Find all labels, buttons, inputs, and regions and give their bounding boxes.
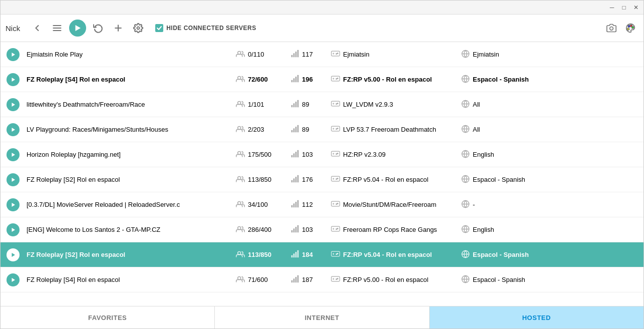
server-ping: 196 [291, 75, 331, 84]
table-row[interactable]: FZ Roleplay [S4] Rol en espacol 72/600 [1, 67, 643, 92]
svg-rect-81 [295, 177, 297, 182]
row-play-button[interactable] [6, 98, 21, 111]
row-play-button[interactable] [6, 73, 21, 86]
language-icon [461, 75, 470, 85]
row-play-button[interactable] [6, 123, 21, 136]
language-value: English [473, 151, 494, 158]
table-row[interactable]: [0.3.7/DL] MovieServer Reloaded | Reload… [1, 192, 643, 217]
ping-value: 187 [302, 276, 313, 283]
ping-icon [291, 250, 299, 259]
gamemode-value: Movie/Stunt/DM/Race/Freeroam [343, 201, 436, 208]
svg-rect-14 [291, 55, 293, 58]
hide-connected-checkbox[interactable] [155, 24, 163, 32]
play-circle-icon[interactable] [7, 198, 20, 211]
tab-internet[interactable]: INTERNET [215, 306, 429, 328]
table-row[interactable]: FZ Roleplay [S4] Rol en espacol 71/600 [1, 267, 643, 292]
maximize-button[interactable]: □ [619, 4, 628, 11]
server-gamemode: FZ:RP v5.04 - Rol en espacol [331, 175, 461, 184]
server-ping: 187 [291, 275, 331, 284]
color-button[interactable] [622, 20, 638, 36]
gamemode-icon [331, 175, 340, 184]
row-play-icon [10, 127, 16, 133]
svg-rect-16 [295, 52, 297, 57]
play-button[interactable] [69, 20, 86, 37]
table-row[interactable]: LV Playground: Races/Minigames/Stunts/Ho… [1, 117, 643, 142]
list-button[interactable] [49, 20, 65, 36]
language-value: Espacol - Spanish [473, 251, 529, 258]
language-icon [461, 100, 470, 110]
refresh-button[interactable] [90, 20, 106, 36]
screenshot-icon [606, 23, 616, 33]
play-circle-icon[interactable] [7, 148, 20, 161]
svg-rect-134 [297, 275, 299, 283]
table-row[interactable]: FZ Roleplay [S2] Rol en espacol 113/850 [1, 242, 643, 267]
toolbar: Nick [1, 15, 643, 42]
play-circle-icon[interactable] [7, 123, 20, 136]
server-players: 34/100 [236, 200, 291, 209]
table-row[interactable]: FZ Roleplay [S2] Rol en espacol 113/850 [1, 167, 643, 192]
server-language: All [461, 125, 638, 135]
play-circle-icon[interactable] [7, 48, 20, 61]
server-language: Espacol - Spanish [461, 275, 638, 285]
ping-value: 89 [302, 101, 309, 108]
svg-point-13 [238, 52, 241, 55]
table-row[interactable]: [ENG] Welcome to Los Santos 2 - GTA-MP.C… [1, 217, 643, 242]
minimize-button[interactable]: ─ [607, 4, 616, 11]
svg-point-6 [137, 27, 140, 30]
players-icon [236, 50, 245, 59]
tab-favorites[interactable]: FAVORITES [1, 306, 215, 328]
row-play-button[interactable] [6, 48, 21, 61]
play-circle-icon[interactable] [7, 173, 20, 186]
row-play-button[interactable] [6, 148, 21, 161]
play-circle-icon[interactable] [7, 98, 20, 111]
svg-point-22 [336, 54, 337, 55]
players-icon [236, 175, 245, 184]
row-play-button[interactable] [6, 273, 21, 286]
settings-button[interactable] [130, 20, 146, 36]
hide-connected-toggle[interactable]: HIDE CONNECTED SERVERS [155, 24, 256, 32]
server-name: littlewhitey's Deathmatch/Freeroam/Race [21, 101, 236, 108]
svg-marker-103 [12, 228, 16, 232]
ping-icon [291, 275, 299, 284]
gamemode-value: HZ:RP v2.3.09 [343, 151, 386, 158]
back-button[interactable] [29, 20, 45, 36]
server-name: [ENG] Welcome to Los Santos 2 - GTA-MP.C… [21, 226, 236, 233]
row-play-button[interactable] [6, 198, 21, 211]
svg-point-100 [336, 204, 337, 205]
gamemode-icon [331, 200, 340, 209]
server-gamemode: LVP 53.7 Freeroam Deathmatch [331, 125, 461, 134]
players-icon [236, 150, 245, 159]
add-button[interactable] [110, 20, 126, 36]
svg-point-61 [336, 129, 337, 130]
table-row[interactable]: Ejmiatsin Role Play 0/110 [1, 42, 643, 67]
row-play-button[interactable] [6, 173, 21, 186]
svg-rect-120 [295, 252, 297, 257]
svg-rect-94 [295, 202, 297, 207]
server-language: Espacol - Spanish [461, 250, 638, 260]
table-row[interactable]: Horizon Roleplay [hzgaming.net] 175/500 [1, 142, 643, 167]
gamemode-value: FZ:RP v5.00 - Rol en espacol [343, 276, 428, 283]
gamemode-value: LW_LVDM v2.9.3 [343, 101, 393, 108]
play-circle-icon[interactable] [7, 73, 20, 86]
language-icon [461, 200, 470, 210]
server-list[interactable]: Ejmiatsin Role Play 0/110 [1, 42, 643, 306]
play-circle-icon[interactable] [7, 273, 20, 286]
svg-rect-79 [291, 180, 293, 183]
tab-hosted[interactable]: HOSTED [430, 306, 643, 328]
play-circle-icon[interactable] [7, 223, 20, 236]
screenshot-button[interactable] [603, 20, 619, 36]
svg-marker-77 [12, 178, 16, 182]
ping-icon [291, 75, 299, 84]
svg-rect-133 [295, 277, 297, 282]
svg-marker-38 [12, 103, 16, 107]
play-circle-icon[interactable] [7, 248, 20, 261]
language-value: Espacol - Spanish [473, 276, 525, 283]
table-row[interactable]: littlewhitey's Deathmatch/Freeroam/Race … [1, 92, 643, 117]
close-button[interactable]: ✕ [631, 4, 640, 11]
svg-point-26 [238, 77, 241, 80]
row-play-button[interactable] [6, 223, 21, 236]
row-play-icon [10, 277, 16, 283]
row-play-button[interactable] [6, 248, 21, 261]
svg-rect-41 [293, 103, 295, 107]
svg-rect-56 [297, 125, 299, 133]
